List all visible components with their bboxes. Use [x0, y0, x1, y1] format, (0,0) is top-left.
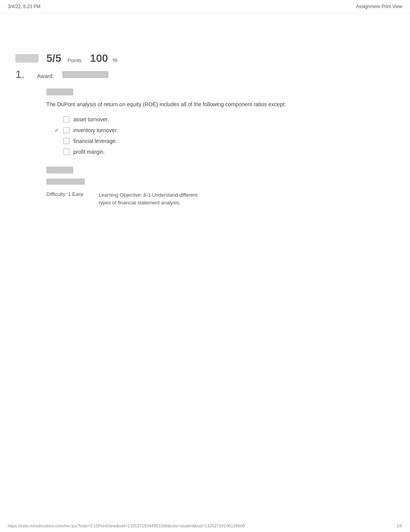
page-header: 3/4/22, 5:23 PM Assignment Print View — [0, 0, 410, 14]
question-tag-blur — [46, 88, 395, 100]
checkbox-c[interactable] — [63, 138, 69, 144]
learning-objective-text: Learning Objective: 8-1 Understand diffe… — [99, 191, 207, 206]
difficulty-text: Difficulty: 1 Easy — [46, 191, 83, 197]
timestamp: 3/4/22, 5:23 PM — [8, 4, 41, 9]
award-label: Award: — [37, 73, 54, 79]
percent-symbol: % — [113, 57, 117, 63]
list-item: financial leverage. — [54, 138, 395, 144]
list-item: profit margin. — [54, 149, 395, 155]
footer-page: 1/6 — [396, 524, 402, 528]
options-list: asset turnover. ✓ inventory turnover. fi… — [54, 116, 395, 155]
list-item: asset turnover. — [54, 116, 395, 122]
list-item: ✓ inventory turnover. — [54, 127, 395, 133]
award-value-blur — [62, 71, 108, 78]
points-label: Points — [68, 58, 81, 63]
page-footer: https://ezto.mheducation.com/hm.tpx?todo… — [8, 524, 402, 528]
checkmark-a — [54, 116, 59, 122]
feedback-ref-blur — [46, 178, 395, 188]
score-percent: 100 — [90, 52, 108, 65]
checkbox-d[interactable] — [63, 149, 69, 155]
checkbox-b[interactable] — [63, 127, 69, 133]
option-text-b: inventory turnover. — [73, 127, 118, 133]
checkbox-a[interactable] — [63, 116, 69, 122]
checkmark-c — [54, 138, 59, 144]
page-title: Assignment Print View — [356, 4, 402, 9]
option-text-a: asset turnover. — [73, 116, 109, 122]
checkmark-b: ✓ — [54, 127, 59, 133]
feedback-tag-blur — [46, 167, 395, 178]
question-number-row: 1. Award: — [15, 68, 395, 81]
question-number: 1. — [15, 68, 31, 81]
score-blur-box — [15, 54, 39, 63]
score-section: 5/5 Points 100 % — [15, 52, 395, 65]
feedback-section: Difficulty: 1 Easy Learning Objective: 8… — [46, 167, 395, 206]
metadata-row: Difficulty: 1 Easy Learning Objective: 8… — [46, 191, 395, 206]
question-content: The DuPont analysis of return on equity … — [46, 88, 395, 206]
checkmark-d — [54, 149, 59, 155]
option-text-d: profit margin. — [73, 149, 105, 155]
question-text: The DuPont analysis of return on equity … — [46, 100, 395, 109]
footer-url: https://ezto.mheducation.com/hm.tpx?todo… — [8, 524, 245, 528]
option-text-c: financial leverage. — [73, 138, 117, 144]
main-content: 5/5 Points 100 % 1. Award: The DuPont an… — [0, 14, 410, 222]
score-fraction: 5/5 — [46, 52, 61, 65]
